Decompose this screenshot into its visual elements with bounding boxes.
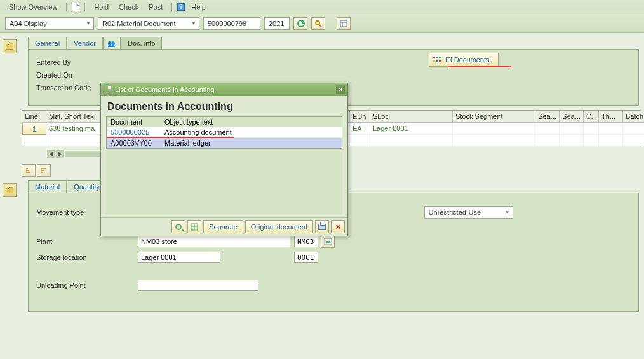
popup-title-icon <box>104 86 111 93</box>
fi-documents-button[interactable]: FI Documents <box>429 53 499 67</box>
row1-sloc[interactable]: Lager 0001 <box>370 123 453 135</box>
menu-check[interactable]: Check <box>115 3 142 11</box>
menu-show-overview[interactable]: Show Overview <box>5 3 61 11</box>
popup-row-2-obj: Material ledger <box>161 138 342 148</box>
tab-material[interactable]: Material <box>28 180 67 193</box>
popup-table: Document Object type text 5300000025 Acc… <box>106 116 342 149</box>
svg-line-2 <box>319 25 321 27</box>
tab-docinfo[interactable]: Doc. info <box>121 37 162 49</box>
label-entered-by: Entered By <box>36 58 106 66</box>
menu-post[interactable]: Post <box>145 3 166 11</box>
row-sloc: Storage location Lager 0001 0001 <box>36 252 631 263</box>
menubar: Show Overview Hold Check Post i Help <box>0 0 644 14</box>
label-tcode: Transaction Code <box>36 84 106 91</box>
col-line[interactable]: Line <box>22 111 46 123</box>
deselect-all-button[interactable] <box>187 220 201 233</box>
popup-title: List of Documents in Accounting <box>115 86 215 93</box>
tab-vendor[interactable]: Vendor <box>67 37 103 49</box>
popup-heading: Documents in Accounting <box>106 101 342 116</box>
col-stockseg[interactable]: Stock Segment <box>453 111 535 123</box>
row1-shorttext[interactable]: 638 testing ma <box>46 123 102 135</box>
col-c[interactable]: C... <box>584 111 599 123</box>
tab-general[interactable]: General <box>28 37 67 49</box>
label-plant: Plant <box>36 238 138 245</box>
annotation-underline <box>448 66 511 67</box>
svg-rect-8 <box>26 172 30 173</box>
plant-name-field: NM03 store <box>138 236 290 247</box>
layout-icon[interactable] <box>337 17 351 30</box>
sort-desc-button[interactable] <box>37 164 51 177</box>
popup-row-2-doc: A00003VY00 <box>107 138 161 148</box>
popup-close-button[interactable]: ✕ <box>336 85 345 94</box>
plant-picture-button[interactable] <box>321 235 335 248</box>
print-button[interactable] <box>315 220 329 233</box>
find-icon[interactable] <box>311 17 325 30</box>
row1-batch[interactable] <box>623 123 644 135</box>
col-batch[interactable]: Batch <box>623 111 644 123</box>
scroll-left-icon[interactable]: ◀ <box>47 150 55 158</box>
row2-line <box>22 135 46 147</box>
svg-rect-9 <box>41 168 46 169</box>
popup-footer: Separate Original document ✕ <box>101 217 347 236</box>
menu-hold[interactable]: Hold <box>90 3 112 11</box>
col-sea1[interactable]: Sea... <box>535 111 560 123</box>
svg-rect-3 <box>340 20 347 27</box>
cancel-button[interactable]: ✕ <box>331 220 345 233</box>
year-field[interactable]: 2021 <box>264 17 290 30</box>
select-all-button[interactable] <box>171 220 185 233</box>
scroll-right-icon[interactable]: ▶ <box>56 150 64 158</box>
magnifier-icon <box>175 224 182 230</box>
col-sloc[interactable]: SLoc <box>370 111 453 123</box>
execute-icon[interactable] <box>293 17 307 30</box>
row-unloading: Unloading Point <box>36 280 631 291</box>
label-created-on: Created On <box>36 71 106 79</box>
row-plant: Plant NM03 store NM03 <box>36 235 631 248</box>
svg-rect-7 <box>26 170 29 171</box>
accounting-docs-popup: List of Documents in Accounting ✕ Docume… <box>100 83 348 236</box>
col-shorttext[interactable]: Mat. Short Tex <box>46 111 102 123</box>
row1-line[interactable]: 1 <box>22 123 46 135</box>
col-eun[interactable]: EUn <box>350 111 370 123</box>
partner-icon <box>107 39 116 46</box>
row1-c[interactable] <box>584 123 599 135</box>
col-th[interactable]: Th... <box>599 111 623 123</box>
separator <box>66 3 67 11</box>
separator <box>84 3 85 11</box>
svg-rect-6 <box>26 168 28 169</box>
row1-th[interactable] <box>599 123 623 135</box>
row1-sea2[interactable] <box>560 123 584 135</box>
popup-col-objecttype[interactable]: Object type text <box>161 117 342 127</box>
docnum-field[interactable]: 5000000798 <box>203 17 260 30</box>
svg-rect-11 <box>41 172 43 173</box>
menu-help[interactable]: Help <box>187 3 210 11</box>
row1-sea1[interactable] <box>535 123 560 135</box>
new-doc-icon[interactable] <box>72 3 79 11</box>
collapse-header-icon[interactable] <box>3 39 17 53</box>
label-unloading-point: Unloading Point <box>36 281 138 289</box>
selection-toolbar: A04 Display R02 Material Document 500000… <box>0 14 644 33</box>
popup-body: Documents in Accounting Document Object … <box>101 96 347 217</box>
plant-code-field: NM03 <box>294 236 318 247</box>
refdoc-dropdown[interactable]: R02 Material Document <box>98 17 199 30</box>
separate-button[interactable]: Separate <box>203 220 243 233</box>
collapse-detail-icon[interactable] <box>3 183 17 197</box>
col-sea2[interactable]: Sea... <box>560 111 584 123</box>
popup-row-2[interactable]: A00003VY00 Material ledger <box>107 138 342 148</box>
svg-point-1 <box>316 21 319 25</box>
row1-eun[interactable]: EA <box>350 123 370 135</box>
row1-stockseg[interactable] <box>453 123 535 135</box>
popup-titlebar[interactable]: List of Documents in Accounting ✕ <box>101 83 347 96</box>
svg-point-14 <box>325 240 326 241</box>
popup-table-header: Document Object type text <box>107 117 342 127</box>
separator <box>171 3 172 11</box>
popup-col-document[interactable]: Document <box>107 117 161 127</box>
tab-partner-icon[interactable] <box>103 37 121 49</box>
popup-empty-area <box>106 149 342 215</box>
label-storage-location: Storage location <box>36 254 138 261</box>
stock-type-dropdown[interactable]: Unrestricted-Use <box>424 206 513 219</box>
original-document-button[interactable]: Original document <box>245 220 313 233</box>
popup-row-1[interactable]: 5300000025 Accounting document <box>107 127 342 137</box>
header-tabs: General Vendor Doc. info <box>28 37 641 49</box>
sort-asc-button[interactable] <box>22 164 36 177</box>
action-dropdown[interactable]: A04 Display <box>5 17 94 30</box>
